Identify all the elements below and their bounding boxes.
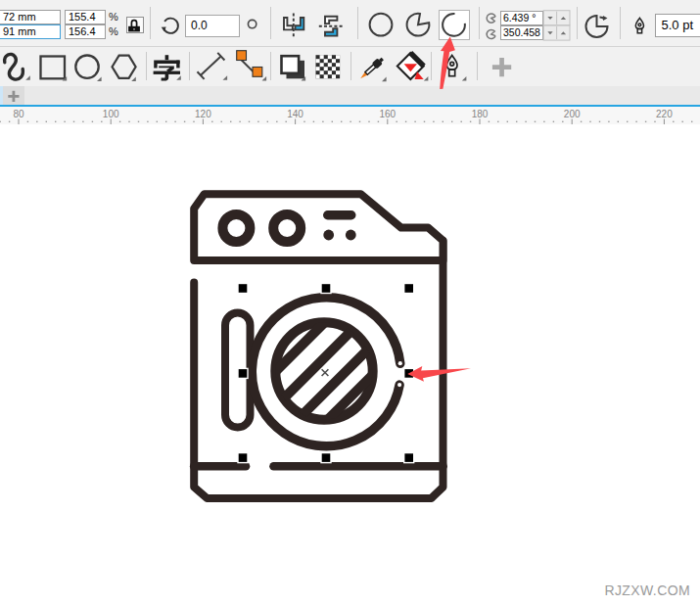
svg-text:180: 180: [472, 109, 489, 119]
svg-text:200: 200: [564, 109, 581, 119]
svg-text:140: 140: [287, 109, 303, 119]
svg-text:160: 160: [379, 109, 396, 119]
svg-text:120: 120: [195, 109, 211, 119]
svg-text:220: 220: [656, 109, 673, 119]
svg-text:100: 100: [103, 109, 119, 119]
svg-text:80: 80: [13, 109, 24, 119]
